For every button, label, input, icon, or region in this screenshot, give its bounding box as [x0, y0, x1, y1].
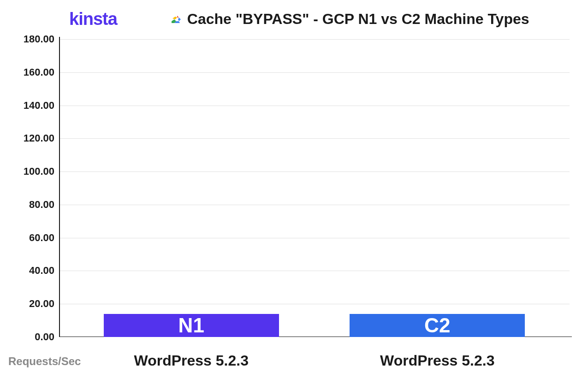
bar-label-c2: C2	[424, 314, 450, 337]
y-tick-label: 180.00	[8, 33, 54, 45]
y-tick-label: 60.00	[8, 232, 54, 244]
x-axis-labels: WordPress 5.2.3 WordPress 5.2.3	[59, 352, 570, 369]
kinsta-logo: kinsta	[69, 9, 117, 29]
bar-n1: N1	[104, 314, 279, 337]
chart-header: kinsta Cache "BYPASS" - GCP N1 vs C2 Mac…	[69, 9, 579, 29]
y-tick-label: 140.00	[8, 100, 54, 112]
y-tick-label: 20.00	[8, 298, 54, 310]
bar-group-c2: C2	[327, 314, 548, 337]
y-tick-label: 160.00	[8, 66, 54, 78]
bar-c2: C2	[350, 314, 525, 337]
title-wrapper: Cache "BYPASS" - GCP N1 vs C2 Machine Ty…	[168, 11, 529, 28]
bar-label-n1: N1	[178, 314, 204, 337]
y-tick-label: 40.00	[8, 265, 54, 277]
x-label-0: WordPress 5.2.3	[81, 352, 302, 369]
gcp-cloud-icon	[168, 12, 183, 27]
y-axis: 180.00 160.00 140.00 120.00 100.00 80.00…	[8, 39, 54, 337]
y-tick-label: 80.00	[8, 199, 54, 211]
chart-plot-area: 180.00 160.00 140.00 120.00 100.00 80.00…	[59, 39, 570, 337]
y-axis-label: Requests/Sec	[8, 355, 81, 368]
bar-group-n1: N1	[81, 314, 302, 337]
y-tick-label: 100.00	[8, 165, 54, 177]
y-tick-label: 0.00	[8, 331, 54, 343]
bars-container: N1 C2	[59, 39, 570, 337]
y-tick-label: 120.00	[8, 132, 54, 144]
x-label-1: WordPress 5.2.3	[327, 352, 548, 369]
chart-title: Cache "BYPASS" - GCP N1 vs C2 Machine Ty…	[187, 11, 529, 28]
